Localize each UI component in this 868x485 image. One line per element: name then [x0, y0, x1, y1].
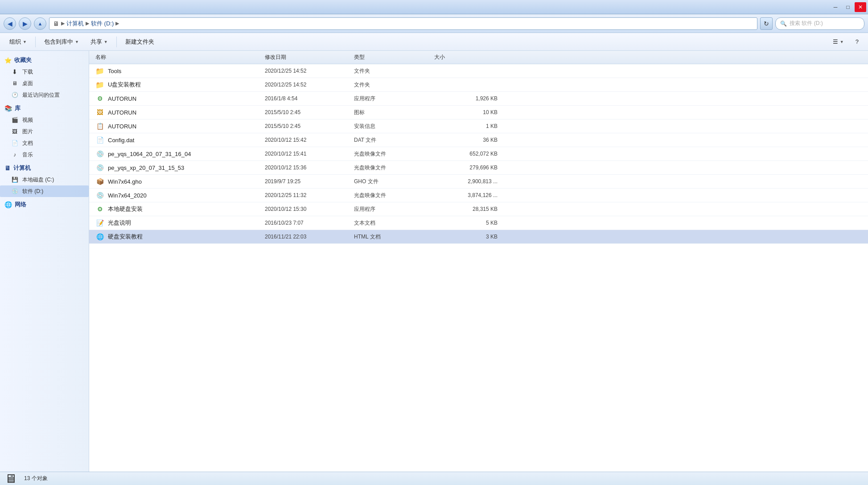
- share-label: 共享: [91, 38, 102, 46]
- table-row[interactable]: ⚙ 本地硬盘安装 2020/10/12 15:30 应用程序 28,315 KB: [89, 202, 868, 216]
- path-item-computer[interactable]: 计算机: [66, 20, 84, 28]
- maximize-button[interactable]: □: [842, 2, 854, 12]
- sidebar-item-desktop[interactable]: 🖥 桌面: [0, 78, 89, 89]
- sidebar-item-video[interactable]: 🎬 视频: [0, 114, 89, 126]
- sidebar-section-network: 🌐 网络: [0, 199, 89, 210]
- sidebar-header-favorites[interactable]: ⭐ 收藏夹: [0, 54, 89, 66]
- file-size-3: 10 KB: [432, 108, 499, 116]
- recent-label: 最近访问的位置: [22, 91, 60, 99]
- path-item-drive[interactable]: 软件 (D:): [91, 20, 114, 28]
- col-header-date[interactable]: 修改日期: [263, 53, 352, 62]
- documents-label: 文档: [22, 140, 33, 147]
- favorites-label: 收藏夹: [14, 56, 32, 64]
- table-row[interactable]: 📦 Win7x64.gho 2019/9/7 19:25 GHO 文件 2,90…: [89, 175, 868, 189]
- file-type-11: 文本文档: [352, 218, 432, 228]
- video-label: 视频: [22, 116, 33, 124]
- breadcrumb: 🖥 ▶ 计算机 ▶ 软件 (D:) ▶: [49, 17, 757, 30]
- table-row[interactable]: 📁 U盘安装教程 2020/12/25 14:52 文件夹: [89, 78, 868, 92]
- file-icon-3: 🖼: [95, 108, 104, 117]
- sidebar-header-network[interactable]: 🌐 网络: [0, 199, 89, 210]
- sidebar-header-computer[interactable]: 🖥 计算机: [0, 162, 89, 174]
- back-button[interactable]: ◀: [4, 17, 16, 30]
- views-dropdown-icon: ▼: [840, 40, 844, 44]
- table-row[interactable]: 📋 AUTORUN 2015/5/10 2:45 安装信息 1 KB: [89, 119, 868, 133]
- addressbar: ◀ ▶ ▲ 🖥 ▶ 计算机 ▶ 软件 (D:) ▶ ↻ 🔍 搜索 软件 (D:): [0, 14, 868, 33]
- file-type-0: 文件夹: [352, 66, 432, 76]
- local-c-label: 本地磁盘 (C:): [22, 176, 54, 184]
- search-bar[interactable]: 🔍 搜索 软件 (D:): [775, 17, 864, 30]
- file-size-8: 2,900,813 ...: [432, 177, 499, 185]
- file-type-9: 光盘映像文件: [352, 191, 432, 200]
- share-button[interactable]: 共享 ▼: [86, 36, 113, 48]
- table-row[interactable]: 🌐 硬盘安装教程 2016/11/21 22:03 HTML 文档 3 KB: [89, 230, 868, 244]
- main-layout: ⭐ 收藏夹 ⬇ 下载 🖥 桌面 🕐 最近访问的位置 📚 库 �: [0, 51, 868, 472]
- file-icon-10: ⚙: [95, 205, 104, 214]
- organize-label: 组织: [9, 38, 21, 46]
- file-type-10: 应用程序: [352, 205, 432, 214]
- statusbar: 🖥 13 个对象: [0, 472, 868, 485]
- desktop-icon: 🖥: [11, 79, 19, 87]
- file-icon-7: 💿: [95, 163, 104, 172]
- object-count: 13 个对象: [24, 475, 48, 482]
- sidebar-section-computer: 🖥 计算机 💾 本地磁盘 (C:) 💿 软件 (D:): [0, 162, 89, 197]
- file-date-9: 2020/12/25 11:32: [263, 191, 352, 199]
- toolbar-separator-2: [116, 37, 117, 47]
- table-row[interactable]: 💿 pe_yqs_1064_20_07_31_16_04 2020/10/12 …: [89, 147, 868, 161]
- help-button[interactable]: ?: [851, 36, 864, 47]
- sidebar-item-local-c[interactable]: 💾 本地磁盘 (C:): [0, 174, 89, 185]
- col-header-type[interactable]: 类型: [352, 53, 432, 62]
- file-date-12: 2016/11/21 22:03: [263, 233, 352, 241]
- organize-button[interactable]: 组织 ▼: [4, 36, 32, 48]
- table-row[interactable]: 💿 pe_yqs_xp_20_07_31_15_53 2020/10/12 15…: [89, 161, 868, 175]
- file-size-1: [432, 84, 499, 86]
- table-row[interactable]: 📄 Config.dat 2020/10/12 15:42 DAT 文件 36 …: [89, 133, 868, 147]
- views-button[interactable]: ☰ ▼: [828, 36, 849, 47]
- minimize-button[interactable]: ─: [830, 2, 841, 12]
- file-type-2: 应用程序: [352, 94, 432, 103]
- col-header-size[interactable]: 大小: [432, 53, 499, 62]
- table-row[interactable]: 💿 Win7x64_2020 2020/12/25 11:32 光盘映像文件 3…: [89, 189, 868, 202]
- forward-button[interactable]: ▶: [19, 17, 31, 30]
- table-row[interactable]: 📁 Tools 2020/12/25 14:52 文件夹: [89, 64, 868, 78]
- col-header-name[interactable]: 名称: [94, 53, 263, 62]
- file-size-2: 1,926 KB: [432, 95, 499, 103]
- titlebar: ─ □ ✕: [0, 0, 868, 14]
- new-folder-button[interactable]: 新建文件夹: [120, 36, 159, 48]
- drive-d-icon: 💿: [11, 187, 19, 195]
- help-label: ?: [856, 38, 859, 45]
- file-size-10: 28,315 KB: [432, 205, 499, 213]
- include-library-button[interactable]: 包含到库中 ▼: [39, 36, 84, 48]
- close-button[interactable]: ✕: [855, 2, 866, 12]
- file-icon-11: 📝: [95, 218, 104, 227]
- network-label: 网络: [15, 201, 26, 209]
- file-name-9: Win7x64_2020: [108, 192, 147, 199]
- table-row[interactable]: 🖼 AUTORUN 2015/5/10 2:45 图标 10 KB: [89, 106, 868, 119]
- sidebar-item-drive-d[interactable]: 💿 软件 (D:): [0, 185, 89, 197]
- file-list-header: 名称 修改日期 类型 大小: [89, 51, 868, 64]
- sidebar-item-music[interactable]: ♪ 音乐: [0, 149, 89, 160]
- file-date-5: 2020/10/12 15:42: [263, 136, 352, 144]
- refresh-button[interactable]: ↻: [760, 17, 773, 30]
- toolbar: 组织 ▼ 包含到库中 ▼ 共享 ▼ 新建文件夹 ☰ ▼ ?: [0, 33, 868, 51]
- path-separator-2: ▶: [86, 21, 89, 26]
- file-type-6: 光盘映像文件: [352, 149, 432, 159]
- sidebar-item-pictures[interactable]: 🖼 图片: [0, 126, 89, 137]
- sidebar-item-downloads[interactable]: ⬇ 下载: [0, 66, 89, 78]
- table-row[interactable]: ⚙ AUTORUN 2016/1/8 4:54 应用程序 1,926 KB: [89, 92, 868, 106]
- file-name-7: pe_yqs_xp_20_07_31_15_53: [108, 164, 184, 171]
- file-icon-8: 📦: [95, 177, 104, 186]
- file-size-12: 3 KB: [432, 233, 499, 241]
- file-date-6: 2020/10/12 15:41: [263, 150, 352, 158]
- file-date-2: 2016/1/8 4:54: [263, 95, 352, 103]
- file-size-6: 652,072 KB: [432, 150, 499, 158]
- toolbar-separator-1: [35, 37, 36, 47]
- file-type-1: 文件夹: [352, 80, 432, 90]
- sidebar-item-documents[interactable]: 📄 文档: [0, 137, 89, 149]
- sidebar-item-recent[interactable]: 🕐 最近访问的位置: [0, 89, 89, 101]
- up-button[interactable]: ▲: [34, 17, 46, 30]
- table-row[interactable]: 📝 光盘说明 2016/10/23 7:07 文本文档 5 KB: [89, 216, 868, 230]
- include-library-label: 包含到库中: [44, 38, 73, 46]
- path-separator-3: ▶: [115, 21, 119, 26]
- sidebar-header-libraries[interactable]: 📚 库: [0, 103, 89, 114]
- file-name-2: AUTORUN: [108, 95, 136, 102]
